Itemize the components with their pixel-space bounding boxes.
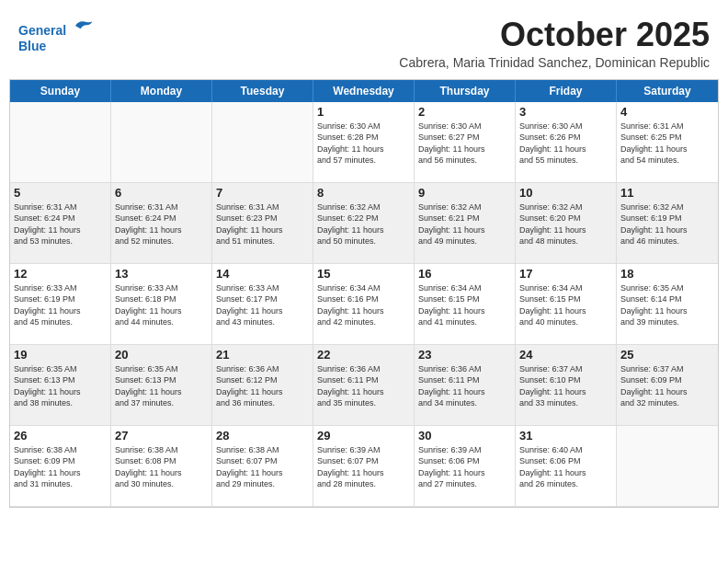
- logo: General Blue: [18, 17, 94, 54]
- header-day-thursday: Thursday: [415, 80, 516, 102]
- header-day-friday: Friday: [516, 80, 617, 102]
- day-info: Sunrise: 6:33 AM Sunset: 6:17 PM Dayligh…: [216, 282, 309, 328]
- day-number: 17: [519, 267, 612, 281]
- day-number: 29: [317, 429, 410, 442]
- day-info: Sunrise: 6:36 AM Sunset: 6:11 PM Dayligh…: [317, 363, 410, 409]
- day-cell-30: 30Sunrise: 6:39 AM Sunset: 6:06 PM Dayli…: [415, 426, 516, 507]
- day-cell-26: 26Sunrise: 6:38 AM Sunset: 6:09 PM Dayli…: [10, 426, 111, 507]
- empty-cell: [212, 102, 313, 183]
- header-day-sunday: Sunday: [10, 80, 111, 102]
- calendar-header: SundayMondayTuesdayWednesdayThursdayFrid…: [10, 80, 718, 102]
- day-cell-6: 6Sunrise: 6:31 AM Sunset: 6:24 PM Daylig…: [111, 183, 212, 264]
- day-number: 15: [317, 267, 410, 281]
- day-number: 1: [317, 105, 410, 119]
- day-cell-8: 8Sunrise: 6:32 AM Sunset: 6:22 PM Daylig…: [313, 183, 415, 264]
- day-info: Sunrise: 6:30 AM Sunset: 6:28 PM Dayligh…: [317, 121, 410, 167]
- day-cell-5: 5Sunrise: 6:31 AM Sunset: 6:24 PM Daylig…: [10, 183, 111, 264]
- day-info: Sunrise: 6:32 AM Sunset: 6:21 PM Dayligh…: [418, 201, 511, 247]
- calendar: SundayMondayTuesdayWednesdayThursdayFrid…: [9, 79, 719, 508]
- day-number: 6: [115, 186, 208, 200]
- day-number: 18: [620, 267, 714, 281]
- empty-cell: [617, 426, 718, 507]
- day-info: Sunrise: 6:40 AM Sunset: 6:06 PM Dayligh…: [519, 444, 612, 490]
- calendar-body: 1Sunrise: 6:30 AM Sunset: 6:28 PM Daylig…: [10, 102, 718, 507]
- day-info: Sunrise: 6:30 AM Sunset: 6:26 PM Dayligh…: [519, 121, 612, 167]
- logo-line1: General: [18, 23, 66, 38]
- title-area: October 2025 Cabrera, Maria Trinidad San…: [399, 17, 710, 70]
- day-number: 25: [620, 348, 714, 362]
- day-cell-24: 24Sunrise: 6:37 AM Sunset: 6:10 PM Dayli…: [516, 345, 617, 426]
- day-cell-4: 4Sunrise: 6:31 AM Sunset: 6:25 PM Daylig…: [617, 102, 718, 183]
- day-cell-10: 10Sunrise: 6:32 AM Sunset: 6:20 PM Dayli…: [516, 183, 617, 264]
- day-cell-15: 15Sunrise: 6:34 AM Sunset: 6:16 PM Dayli…: [313, 264, 415, 345]
- day-number: 19: [14, 348, 107, 362]
- day-number: 23: [418, 348, 511, 362]
- day-number: 21: [216, 348, 309, 362]
- day-cell-23: 23Sunrise: 6:36 AM Sunset: 6:11 PM Dayli…: [415, 345, 516, 426]
- day-cell-22: 22Sunrise: 6:36 AM Sunset: 6:11 PM Dayli…: [313, 345, 415, 426]
- day-cell-17: 17Sunrise: 6:34 AM Sunset: 6:15 PM Dayli…: [516, 264, 617, 345]
- day-number: 14: [216, 267, 309, 281]
- day-number: 4: [620, 105, 714, 119]
- day-info: Sunrise: 6:32 AM Sunset: 6:19 PM Dayligh…: [620, 201, 714, 247]
- header-day-wednesday: Wednesday: [313, 80, 415, 102]
- day-cell-20: 20Sunrise: 6:35 AM Sunset: 6:13 PM Dayli…: [111, 345, 212, 426]
- day-number: 12: [14, 267, 107, 281]
- day-number: 24: [519, 348, 612, 362]
- day-number: 11: [620, 186, 714, 200]
- day-cell-13: 13Sunrise: 6:33 AM Sunset: 6:18 PM Dayli…: [111, 264, 212, 345]
- day-number: 28: [216, 429, 309, 442]
- day-cell-18: 18Sunrise: 6:35 AM Sunset: 6:14 PM Dayli…: [617, 264, 718, 345]
- day-info: Sunrise: 6:34 AM Sunset: 6:15 PM Dayligh…: [519, 282, 612, 328]
- day-number: 31: [519, 429, 612, 442]
- day-info: Sunrise: 6:33 AM Sunset: 6:19 PM Dayligh…: [14, 282, 107, 328]
- day-cell-31: 31Sunrise: 6:40 AM Sunset: 6:06 PM Dayli…: [516, 426, 617, 507]
- day-number: 7: [216, 186, 309, 200]
- day-number: 20: [115, 348, 208, 362]
- day-info: Sunrise: 6:38 AM Sunset: 6:08 PM Dayligh…: [115, 444, 208, 490]
- empty-cell: [10, 102, 111, 183]
- day-info: Sunrise: 6:31 AM Sunset: 6:25 PM Dayligh…: [620, 121, 714, 167]
- day-info: Sunrise: 6:32 AM Sunset: 6:22 PM Dayligh…: [317, 201, 410, 247]
- day-info: Sunrise: 6:34 AM Sunset: 6:15 PM Dayligh…: [418, 282, 511, 328]
- header-day-saturday: Saturday: [617, 80, 718, 102]
- header: General Blue October 2025 Cabrera, Maria…: [9, 9, 719, 74]
- day-cell-1: 1Sunrise: 6:30 AM Sunset: 6:28 PM Daylig…: [313, 102, 415, 183]
- month-title: October 2025: [399, 17, 710, 53]
- day-info: Sunrise: 6:35 AM Sunset: 6:13 PM Dayligh…: [14, 363, 107, 409]
- day-number: 2: [418, 105, 511, 119]
- day-info: Sunrise: 6:39 AM Sunset: 6:06 PM Dayligh…: [418, 444, 511, 490]
- day-number: 3: [519, 105, 612, 119]
- day-info: Sunrise: 6:36 AM Sunset: 6:12 PM Dayligh…: [216, 363, 309, 409]
- day-number: 13: [115, 267, 208, 281]
- day-cell-7: 7Sunrise: 6:31 AM Sunset: 6:23 PM Daylig…: [212, 183, 313, 264]
- day-info: Sunrise: 6:37 AM Sunset: 6:09 PM Dayligh…: [620, 363, 714, 409]
- day-info: Sunrise: 6:34 AM Sunset: 6:16 PM Dayligh…: [317, 282, 410, 328]
- day-info: Sunrise: 6:31 AM Sunset: 6:24 PM Dayligh…: [115, 201, 208, 247]
- empty-cell: [111, 102, 212, 183]
- day-cell-25: 25Sunrise: 6:37 AM Sunset: 6:09 PM Dayli…: [617, 345, 718, 426]
- day-number: 10: [519, 186, 612, 200]
- day-cell-27: 27Sunrise: 6:38 AM Sunset: 6:08 PM Dayli…: [111, 426, 212, 507]
- day-info: Sunrise: 6:31 AM Sunset: 6:23 PM Dayligh…: [216, 201, 309, 247]
- day-info: Sunrise: 6:33 AM Sunset: 6:18 PM Dayligh…: [115, 282, 208, 328]
- logo-bird-icon: [72, 17, 94, 35]
- day-info: Sunrise: 6:32 AM Sunset: 6:20 PM Dayligh…: [519, 201, 612, 247]
- day-number: 22: [317, 348, 410, 362]
- day-info: Sunrise: 6:39 AM Sunset: 6:07 PM Dayligh…: [317, 444, 410, 490]
- day-info: Sunrise: 6:35 AM Sunset: 6:14 PM Dayligh…: [620, 282, 714, 328]
- day-cell-12: 12Sunrise: 6:33 AM Sunset: 6:19 PM Dayli…: [10, 264, 111, 345]
- day-number: 27: [115, 429, 208, 442]
- day-cell-28: 28Sunrise: 6:38 AM Sunset: 6:07 PM Dayli…: [212, 426, 313, 507]
- day-number: 9: [418, 186, 511, 200]
- day-info: Sunrise: 6:38 AM Sunset: 6:07 PM Dayligh…: [216, 444, 309, 490]
- day-number: 30: [418, 429, 511, 442]
- day-info: Sunrise: 6:37 AM Sunset: 6:10 PM Dayligh…: [519, 363, 612, 409]
- logo-text: General: [18, 17, 94, 39]
- day-cell-3: 3Sunrise: 6:30 AM Sunset: 6:26 PM Daylig…: [516, 102, 617, 183]
- day-info: Sunrise: 6:36 AM Sunset: 6:11 PM Dayligh…: [418, 363, 511, 409]
- location-title: Cabrera, Maria Trinidad Sanchez, Dominic…: [399, 55, 710, 70]
- day-number: 16: [418, 267, 511, 281]
- header-day-monday: Monday: [111, 80, 212, 102]
- day-info: Sunrise: 6:35 AM Sunset: 6:13 PM Dayligh…: [115, 363, 208, 409]
